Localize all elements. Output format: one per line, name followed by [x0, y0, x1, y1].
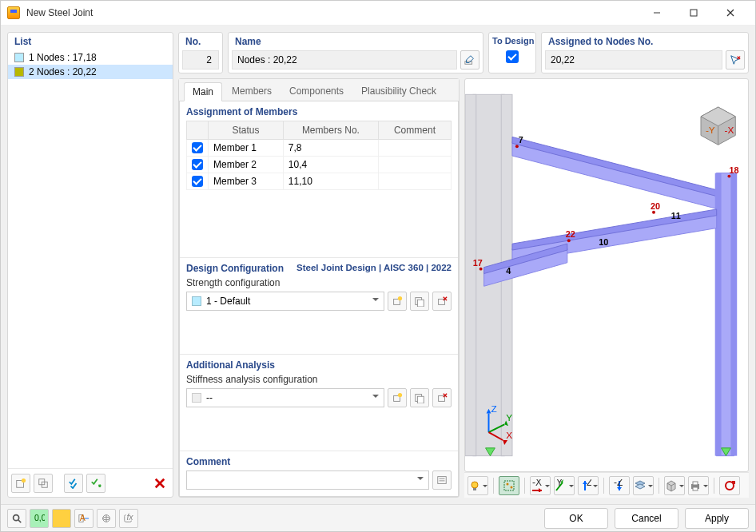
table-row[interactable]: Member 2 10,4 — [187, 157, 452, 173]
row-checkbox[interactable] — [192, 142, 203, 153]
new-stiffness-button[interactable] — [388, 388, 407, 407]
list-item[interactable]: 2 Nodes : 20,22 — [8, 65, 173, 79]
strength-select[interactable]: 1 - Default — [186, 292, 384, 311]
todesign-panel: To Design — [488, 32, 536, 73]
row-checkbox[interactable] — [192, 176, 203, 187]
svg-point-98 — [14, 514, 19, 520]
svg-text:-X: -X — [725, 125, 734, 137]
svg-text:-Y: -Y — [706, 125, 715, 137]
list-item[interactable]: 1 Nodes : 17,18 — [8, 50, 173, 65]
axis-y-button[interactable]: Y — [554, 476, 575, 495]
todesign-checkbox[interactable] — [506, 50, 519, 63]
svg-point-52 — [479, 268, 483, 271]
design-config-subtitle: Steel Joint Design | AISC 360 | 2022 — [296, 263, 452, 274]
table-row[interactable]: Member 3 11,10 — [187, 173, 452, 190]
svg-rect-37 — [730, 173, 737, 456]
bulb-button[interactable] — [468, 476, 488, 495]
copy-item-button[interactable] — [34, 474, 53, 493]
new-item-button[interactable] — [11, 474, 30, 493]
table-row[interactable]: Member 1 7,8 — [187, 140, 452, 157]
box-select-button[interactable] — [499, 476, 519, 495]
assigned-input[interactable]: 20,22 — [545, 50, 722, 69]
svg-marker-33 — [512, 141, 725, 211]
app-icon — [7, 6, 20, 19]
svg-rect-27 — [438, 477, 447, 484]
viewer-toolbar: -X Y Z -Z — [464, 472, 749, 498]
stiffness-swatch — [192, 393, 201, 403]
apply-button[interactable]: Apply — [685, 508, 749, 529]
no-label: No. — [179, 33, 222, 49]
list-swatch — [14, 67, 24, 77]
svg-point-44 — [727, 175, 730, 178]
comment-title: Comment — [186, 456, 230, 467]
globe-button[interactable] — [97, 509, 116, 528]
strength-label: Strength configuration — [186, 277, 452, 288]
svg-rect-16 — [417, 300, 424, 307]
svg-text:22: 22 — [566, 229, 575, 239]
edit-stiffness-button[interactable] — [410, 388, 429, 407]
cube-button[interactable] — [664, 476, 685, 495]
edit-name-button[interactable] — [460, 50, 479, 69]
no-value: 2 — [182, 50, 219, 69]
pick-nodes-button[interactable] — [726, 50, 745, 69]
reset-view-button[interactable] — [719, 476, 740, 495]
delete-config-button[interactable] — [432, 292, 452, 311]
uncheck-all-button[interactable] — [86, 474, 105, 493]
tab-members[interactable]: Members — [224, 82, 280, 101]
layers-button[interactable] — [633, 476, 654, 495]
axis-z-button[interactable]: Z — [578, 476, 599, 495]
edit-config-button[interactable] — [410, 292, 429, 311]
units-button[interactable]: 0,00 — [30, 509, 49, 528]
cancel-button[interactable]: Cancel — [615, 508, 678, 529]
minimize-button[interactable] — [639, 1, 675, 25]
check-all-button[interactable] — [64, 474, 83, 493]
delete-item-button[interactable] — [150, 474, 169, 493]
script-button[interactable]: fx — [119, 509, 138, 528]
zoom-button[interactable] — [7, 509, 26, 528]
svg-marker-89 — [635, 484, 645, 489]
dialog-window: New Steel Joint List 1 Nodes : 17,18 — [0, 0, 756, 532]
svg-text:11: 11 — [671, 211, 681, 220]
footer: 0,00 A fx OK Cancel Apply — [1, 504, 755, 531]
svg-rect-31 — [465, 94, 476, 455]
labels-button[interactable]: A — [74, 509, 94, 528]
svg-point-42 — [515, 145, 519, 148]
tab-main[interactable]: Main — [184, 82, 222, 101]
stiffness-select[interactable]: -- — [186, 388, 384, 407]
comment-section: Comment — [180, 451, 458, 496]
svg-text:7: 7 — [519, 135, 523, 145]
close-button[interactable] — [712, 1, 749, 25]
tab-components[interactable]: Components — [281, 82, 352, 101]
svg-point-74 — [507, 482, 509, 485]
model-viewer[interactable]: 7 18 20 11 22 10 — [464, 78, 749, 472]
col-membersno: Members No. — [283, 121, 378, 140]
list-body: 1 Nodes : 17,18 2 Nodes : 20,22 — [8, 49, 173, 468]
chevron-down-icon — [372, 298, 379, 304]
name-input[interactable]: Nodes : 20,22 — [232, 50, 457, 69]
members-table: Status Members No. Comment Member 1 — [186, 121, 452, 190]
axis-x-button[interactable]: -X — [530, 476, 551, 495]
row-checkbox[interactable] — [192, 159, 203, 170]
add-analysis-title: Additional Analysis — [186, 359, 275, 371]
delete-stiffness-button[interactable] — [432, 388, 452, 407]
maximize-button[interactable] — [675, 1, 712, 25]
svg-rect-1 — [690, 10, 697, 16]
svg-text:fx: fx — [126, 513, 133, 522]
svg-point-71 — [472, 482, 478, 488]
new-config-button[interactable] — [388, 292, 407, 311]
assigned-panel: Assigned to Nodes No. 20,22 — [541, 32, 749, 73]
comment-library-button[interactable] — [432, 470, 452, 490]
svg-point-97 — [726, 482, 734, 490]
additional-analysis-section: Additional Analysis Stiffness analysis c… — [180, 354, 458, 446]
ok-button[interactable]: OK — [544, 508, 608, 529]
axis-neg-z-button[interactable]: -Z — [609, 476, 630, 495]
list-item-label: 2 Nodes : 20,22 — [29, 66, 97, 77]
svg-point-75 — [511, 486, 513, 488]
tab-plausibility[interactable]: Plausibility Check — [353, 82, 444, 101]
comment-select[interactable] — [186, 470, 429, 490]
assignment-title: Assignment of Members — [186, 106, 297, 117]
titlebar: New Steel Joint — [1, 1, 755, 26]
svg-text:17: 17 — [473, 258, 483, 268]
print-button[interactable] — [688, 476, 709, 495]
color-button[interactable] — [52, 509, 71, 528]
